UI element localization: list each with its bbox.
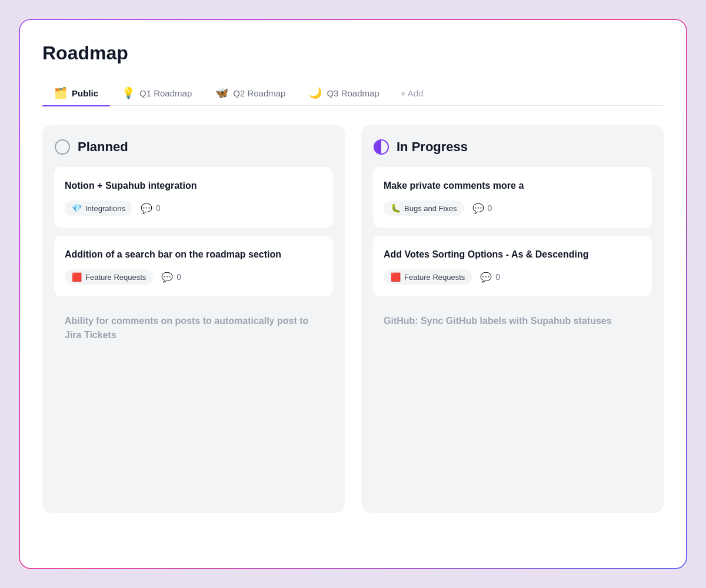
tab-q2-icon: 🦋 (215, 86, 228, 99)
card-search-bar[interactable]: Addition of a search bar on the roadmap … (54, 236, 333, 296)
columns-wrapper: Planned Notion + Supahub integration 💎 I… (42, 125, 664, 513)
add-tab-button[interactable]: + Add (391, 82, 433, 104)
card-notion-comments: 💬 0 (141, 203, 161, 214)
column-in-progress: In Progress Make private comments more a… (361, 125, 664, 513)
card-notion-title: Notion + Supahub integration (65, 179, 322, 192)
card-votes-footer: 🟥 Feature Requests 💬 0 (384, 269, 641, 285)
tag-integrations[interactable]: 💎 Integrations (65, 201, 132, 216)
tag-feature-icon-1: 🟥 (72, 272, 82, 282)
tab-q1[interactable]: 💡 Q1 Roadmap (110, 81, 204, 105)
column-planned-title: Planned (78, 139, 128, 155)
tag-feature-label-1: Feature Requests (85, 273, 146, 282)
card-search-footer: 🟥 Feature Requests 💬 0 (65, 269, 322, 285)
tag-feature-icon-2: 🟥 (391, 272, 401, 282)
card-notion-integration[interactable]: Notion + Supahub integration 💎 Integrati… (54, 167, 333, 228)
add-tab-label: + Add (401, 88, 424, 98)
tag-feature-requests-2[interactable]: 🟥 Feature Requests (384, 269, 472, 285)
card-private-footer: 🐛 Bugs and Fixes 💬 0 (384, 201, 641, 216)
tab-q2-label: Q2 Roadmap (233, 88, 285, 98)
card-private-comments-count: 💬 0 (472, 203, 492, 214)
card-github-sync[interactable]: GitHub: Sync GitHub labels with Supahub … (373, 305, 652, 345)
card-notion-footer: 💎 Integrations 💬 0 (65, 201, 322, 216)
comment-count-value: 0 (156, 203, 161, 213)
tag-bugs-fixes[interactable]: 🐛 Bugs and Fixes (384, 201, 464, 216)
tag-integrations-label: Integrations (85, 204, 125, 213)
comment-count-value-4: 0 (495, 272, 500, 282)
comment-bubble-icon-3: 💬 (472, 203, 484, 214)
tag-bugs-label: Bugs and Fixes (404, 204, 457, 213)
card-search-title: Addition of a search bar on the roadmap … (65, 248, 322, 261)
card-search-comments: 💬 0 (161, 272, 181, 283)
card-votes-sorting[interactable]: Add Votes Sorting Options - As & Descend… (373, 236, 652, 296)
tab-public[interactable]: 🗂️ Public (42, 81, 110, 105)
tabs-bar: 🗂️ Public 💡 Q1 Roadmap 🦋 Q2 Roadmap 🌙 Q3… (42, 81, 664, 106)
tab-q2[interactable]: 🦋 Q2 Roadmap (204, 81, 297, 105)
card-jira[interactable]: Ability for comments on posts to automat… (54, 305, 333, 359)
comment-bubble-icon-2: 💬 (161, 272, 173, 283)
tab-q1-label: Q1 Roadmap (139, 88, 192, 98)
column-planned: Planned Notion + Supahub integration 💎 I… (42, 125, 345, 513)
tag-bugs-icon: 🐛 (391, 203, 401, 213)
card-votes-title: Add Votes Sorting Options - As & Descend… (384, 248, 641, 261)
tag-feature-label-2: Feature Requests (404, 273, 465, 282)
column-planned-header: Planned (54, 139, 333, 155)
page-title: Roadmap (42, 42, 664, 64)
app-container: Roadmap 🗂️ Public 💡 Q1 Roadmap 🦋 Q2 Road… (18, 18, 688, 570)
card-private-comments[interactable]: Make private comments more a 🐛 Bugs and … (373, 167, 652, 228)
tab-public-label: Public (72, 88, 98, 98)
in-progress-status-icon (373, 139, 389, 155)
card-jira-title: Ability for comments on posts to automat… (65, 314, 322, 341)
column-in-progress-title: In Progress (397, 139, 468, 155)
tab-public-icon: 🗂️ (54, 86, 67, 99)
comment-count-value-3: 0 (488, 203, 492, 213)
tag-feature-requests-1[interactable]: 🟥 Feature Requests (65, 269, 153, 285)
planned-status-icon (54, 139, 71, 155)
tab-q1-icon: 💡 (122, 86, 135, 99)
tab-q3-icon: 🌙 (309, 86, 322, 99)
comment-bubble-icon-4: 💬 (480, 272, 492, 283)
card-votes-comments: 💬 0 (480, 272, 500, 283)
card-private-title: Make private comments more a (384, 179, 641, 192)
comment-count-value-2: 0 (176, 272, 181, 282)
column-in-progress-header: In Progress (373, 139, 652, 155)
card-github-title: GitHub: Sync GitHub labels with Supahub … (384, 314, 641, 328)
tag-integrations-icon: 💎 (72, 203, 82, 213)
tab-q3-label: Q3 Roadmap (327, 88, 379, 98)
tab-q3[interactable]: 🌙 Q3 Roadmap (297, 81, 391, 105)
comment-bubble-icon: 💬 (141, 203, 152, 214)
